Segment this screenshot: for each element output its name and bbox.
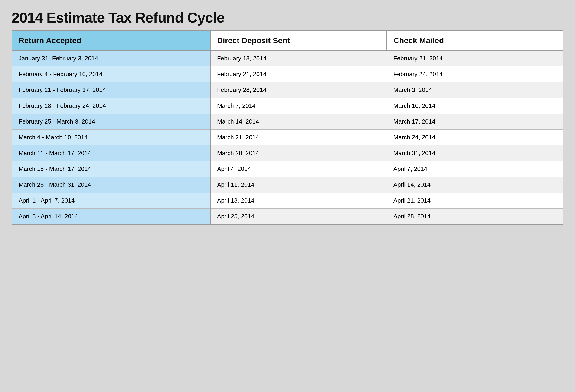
cell-direct-deposit: March 7, 2014 [210,98,387,114]
refund-cycle-table: Return Accepted Direct Deposit Sent Chec… [12,30,563,224]
cell-check-mailed: April 28, 2014 [387,209,563,224]
cell-direct-deposit: February 13, 2014 [210,50,387,66]
cell-return-accepted: March 11 - March 17, 2014 [12,145,210,161]
cell-direct-deposit: February 21, 2014 [210,66,387,82]
cell-direct-deposit: March 14, 2014 [210,114,387,130]
table-row: March 25 - March 31, 2014April 11, 2014A… [12,177,563,193]
table-row: February 11 - February 17, 2014February … [12,82,563,98]
cell-return-accepted: March 4 - March 10, 2014 [12,130,210,145]
cell-direct-deposit: April 11, 2014 [210,177,387,193]
cell-check-mailed: March 17, 2014 [387,114,563,130]
cell-check-mailed: February 21, 2014 [387,50,563,66]
cell-return-accepted: February 18 - February 24, 2014 [12,98,210,114]
cell-check-mailed: February 24, 2014 [387,66,563,82]
cell-direct-deposit: February 28, 2014 [210,82,387,98]
table-header-row: Return Accepted Direct Deposit Sent Chec… [12,31,563,50]
cell-check-mailed: March 3, 2014 [387,82,563,98]
table-body: January 31- February 3, 2014February 13,… [12,50,563,224]
table-row: April 1 - April 7, 2014April 18, 2014Apr… [12,193,563,209]
cell-check-mailed: April 7, 2014 [387,161,563,177]
header-direct-deposit: Direct Deposit Sent [210,31,387,50]
header-return-accepted: Return Accepted [12,31,210,50]
table-row: April 8 - April 14, 2014April 25, 2014Ap… [12,209,563,224]
table-row: March 4 - March 10, 2014March 21, 2014Ma… [12,130,563,145]
cell-return-accepted: April 8 - April 14, 2014 [12,209,210,224]
cell-check-mailed: March 10, 2014 [387,98,563,114]
table-row: March 11 - March 17, 2014March 28, 2014M… [12,145,563,161]
table-row: February 25 - March 3, 2014March 14, 201… [12,114,563,130]
cell-direct-deposit: April 4, 2014 [210,161,387,177]
cell-check-mailed: April 21, 2014 [387,193,563,209]
cell-check-mailed: April 14, 2014 [387,177,563,193]
cell-return-accepted: April 1 - April 7, 2014 [12,193,210,209]
cell-direct-deposit: April 18, 2014 [210,193,387,209]
cell-return-accepted: March 18 - March 17, 2014 [12,161,210,177]
table-row: February 4 - February 10, 2014February 2… [12,66,563,82]
table-row: February 18 - February 24, 2014March 7, … [12,98,563,114]
page-title: 2014 Estimate Tax Refund Cycle [12,9,563,26]
cell-check-mailed: March 31, 2014 [387,145,563,161]
cell-direct-deposit: March 21, 2014 [210,130,387,145]
header-check-mailed: Check Mailed [387,31,563,50]
cell-return-accepted: March 25 - March 31, 2014 [12,177,210,193]
cell-direct-deposit: March 28, 2014 [210,145,387,161]
cell-direct-deposit: April 25, 2014 [210,209,387,224]
cell-return-accepted: February 25 - March 3, 2014 [12,114,210,130]
cell-return-accepted: February 4 - February 10, 2014 [12,66,210,82]
table-row: January 31- February 3, 2014February 13,… [12,50,563,66]
cell-check-mailed: March 24, 2014 [387,130,563,145]
table-row: March 18 - March 17, 2014April 4, 2014Ap… [12,161,563,177]
cell-return-accepted: February 11 - February 17, 2014 [12,82,210,98]
cell-return-accepted: January 31- February 3, 2014 [12,50,210,66]
